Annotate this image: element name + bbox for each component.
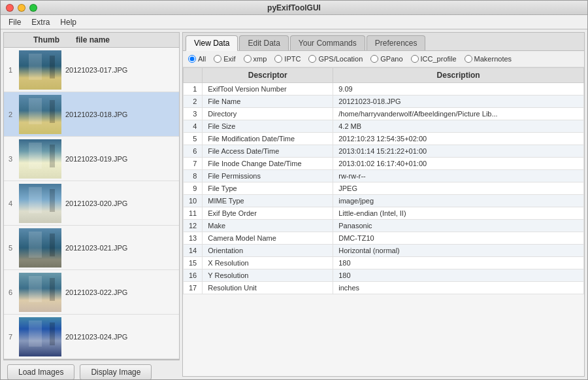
row-description: Little-endian (Intel, II) (333, 207, 584, 220)
row-description: /home/harryvanderwolf/Afbeeldingen/Pictu… (333, 108, 584, 120)
list-item[interactable]: 1 20121023-017.JPG (4, 48, 179, 92)
filter-radio-row: All Exif xmp IPTC GPS/Location GPano (183, 51, 584, 67)
table-row: 9 File Type JPEG (184, 182, 584, 195)
radio-gps[interactable]: GPS/Location (308, 55, 363, 63)
list-item[interactable]: 7 20121023-024.JPG (4, 315, 179, 359)
maximize-button[interactable] (29, 4, 37, 12)
row-descriptor: ExifTool Version Number (203, 83, 333, 95)
row-num: 9 (184, 182, 203, 195)
row-description: JPEG (333, 182, 584, 195)
row-num: 17 (184, 282, 203, 294)
col-descriptor-header: Descriptor (203, 68, 333, 83)
filename-label: 20121023-021.JPG (63, 244, 179, 252)
row-descriptor: File Size (203, 120, 333, 133)
list-item[interactable]: 4 20121023-020.JPG (4, 181, 179, 226)
menu-extra[interactable]: Extra (26, 16, 55, 28)
list-item[interactable]: 6 20121023-022.JPG (4, 270, 179, 315)
table-row: 1 ExifTool Version Number 9.09 (184, 83, 584, 95)
row-num: 15 (184, 257, 203, 269)
row-description: rw-rw-r-- (333, 170, 584, 182)
tab-bar: View Data Edit Data Your Commands Prefer… (183, 33, 584, 51)
file-list[interactable]: 1 20121023-017.JPG 2 20121023-018.JPG (4, 48, 179, 359)
radio-exif[interactable]: Exif (214, 55, 235, 63)
table-row: 6 File Access Date/Time 2013:01:14 15:21… (184, 145, 584, 158)
filename-label: 20121023-017.JPG (63, 66, 179, 74)
thumbnail (17, 226, 63, 269)
row-description: Horizontal (normal) (333, 245, 584, 257)
display-image-button[interactable]: Display Image (80, 364, 152, 379)
filename-label: 20121023-020.JPG (63, 199, 179, 207)
left-panel: Thumb file name 1 20121023-017.JPG 2 (3, 32, 180, 377)
list-header: Thumb file name (4, 33, 179, 48)
table-row: 8 File Permissions rw-rw-r-- (184, 170, 584, 182)
table-row: 17 Resolution Unit inches (184, 282, 584, 294)
filename-label: 20121023-019.JPG (63, 155, 179, 163)
menu-bar: File Extra Help (1, 15, 587, 29)
list-item[interactable]: 5 20121023-021.JPG (4, 226, 179, 270)
tab-edit-data[interactable]: Edit Data (239, 35, 288, 50)
radio-makernotes[interactable]: Makernotes (465, 55, 512, 63)
table-row: 10 MIME Type image/jpeg (184, 195, 584, 207)
thumbnail (17, 93, 63, 135)
table-row: 14 Orientation Horizontal (normal) (184, 245, 584, 257)
header-thumb: Thumb (17, 35, 76, 44)
title-bar: pyExifToolGUI (1, 1, 587, 15)
row-description: 20121023-018.JPG (333, 95, 584, 108)
radio-iptc[interactable]: IPTC (274, 55, 301, 63)
filename-label: 20121023-024.JPG (63, 333, 179, 341)
load-images-button[interactable]: Load Images (7, 364, 74, 379)
data-table-container[interactable]: Descriptor Description 1 ExifTool Versio… (183, 67, 584, 376)
row-description: 2013:01:02 16:17:40+01:00 (333, 158, 584, 170)
table-row: 2 File Name 20121023-018.JPG (184, 95, 584, 108)
thumbnail (17, 182, 63, 224)
list-item[interactable]: 3 20121023-019.JPG (4, 137, 179, 181)
row-description: inches (333, 282, 584, 294)
radio-icc[interactable]: ICC_profile (411, 55, 457, 63)
row-descriptor: File Inode Change Date/Time (203, 158, 333, 170)
list-item[interactable]: 2 20121023-018.JPG (4, 92, 179, 137)
menu-file[interactable]: File (3, 16, 26, 28)
filename-label: 20121023-018.JPG (63, 111, 179, 118)
row-num: 4 (184, 120, 203, 133)
row-descriptor: Y Resolution (203, 269, 333, 282)
row-descriptor: Directory (203, 108, 333, 120)
table-row: 15 X Resolution 180 (184, 257, 584, 269)
row-description: 2012:10:23 12:54:35+02:00 (333, 133, 584, 145)
header-filename: file name (76, 35, 179, 44)
row-descriptor: File Name (203, 95, 333, 108)
row-num: 10 (184, 195, 203, 207)
radio-all[interactable]: All (188, 55, 206, 63)
filename-label: 20121023-022.JPG (63, 288, 179, 296)
close-button[interactable] (6, 4, 14, 12)
menu-help[interactable]: Help (55, 16, 82, 28)
row-num: 3 (184, 108, 203, 120)
col-num-header (184, 68, 203, 83)
tab-view-data[interactable]: View Data (186, 35, 238, 51)
radio-gpano[interactable]: GPano (370, 55, 402, 63)
radio-xmp[interactable]: xmp (244, 55, 267, 63)
row-descriptor: File Permissions (203, 170, 333, 182)
thumbnail (17, 315, 63, 358)
thumbnail (17, 48, 63, 91)
row-num: 7 (184, 158, 203, 170)
row-descriptor: Make (203, 220, 333, 232)
tab-preferences[interactable]: Preferences (367, 35, 426, 50)
table-row: 13 Camera Model Name DMC-TZ10 (184, 232, 584, 245)
table-row: 4 File Size 4.2 MB (184, 120, 584, 133)
table-row: 16 Y Resolution 180 (184, 269, 584, 282)
table-row: 3 Directory /home/harryvanderwolf/Afbeel… (184, 108, 584, 120)
row-num: 11 (184, 207, 203, 220)
row-descriptor: File Modification Date/Time (203, 133, 333, 145)
row-description: 180 (333, 269, 584, 282)
row-description: Panasonic (333, 220, 584, 232)
table-row: 12 Make Panasonic (184, 220, 584, 232)
main-content: Thumb file name 1 20121023-017.JPG 2 (1, 29, 587, 379)
row-description: 4.2 MB (333, 120, 584, 133)
minimize-button[interactable] (18, 4, 25, 12)
row-num: 2 (184, 95, 203, 108)
row-descriptor: File Access Date/Time (203, 145, 333, 158)
table-row: 5 File Modification Date/Time 2012:10:23… (184, 133, 584, 145)
bottom-buttons: Load Images Display Image (3, 360, 180, 379)
row-description: 180 (333, 257, 584, 269)
tab-your-commands[interactable]: Your Commands (290, 35, 365, 50)
